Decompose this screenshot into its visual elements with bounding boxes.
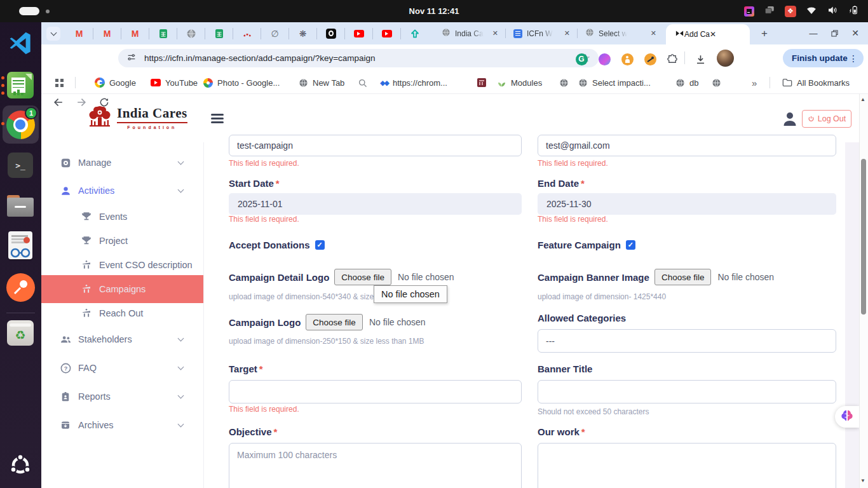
dock-document-viewer-icon[interactable] xyxy=(5,230,36,261)
bookmark-youtube[interactable]: YouTube xyxy=(151,71,198,94)
sidebar-item-archives[interactable]: Archives xyxy=(41,414,203,437)
sidebar-item-project[interactable]: Project xyxy=(41,229,203,252)
extensions-puzzle-icon[interactable] xyxy=(665,51,680,67)
bookmark-google-photos[interactable]: Photo - Google... xyxy=(203,71,280,94)
volume-icon[interactable] xyxy=(827,4,838,18)
tab-close-icon[interactable]: ✕ xyxy=(564,29,570,37)
start-date-input[interactable] xyxy=(229,193,522,215)
sidebar-toggle-hamburger-icon[interactable] xyxy=(211,114,224,123)
pinned-tab-youtube-icon[interactable] xyxy=(345,28,373,39)
pinned-tab-teal-arrow-icon[interactable] xyxy=(401,28,429,39)
tab-close-icon[interactable]: ✕ xyxy=(651,29,656,37)
screen-share-icon[interactable]: ❖ xyxy=(785,6,796,17)
site-settings-icon[interactable] xyxy=(126,52,137,65)
pinned-tab-youtube-icon[interactable] xyxy=(373,28,401,39)
bookmark-maroon-glyph[interactable] xyxy=(477,71,486,94)
sidebar-item-stakeholders[interactable]: Stakeholders xyxy=(41,328,203,351)
bookmark-google[interactable]: Google xyxy=(95,71,136,94)
finish-update-button[interactable]: Finish update ⋮ xyxy=(783,49,864,67)
new-tab-button[interactable]: + xyxy=(757,27,771,41)
pinned-tab-dark-o-icon[interactable] xyxy=(317,28,345,39)
bookmark-search-icon[interactable] xyxy=(358,71,367,94)
window-restore-button[interactable] xyxy=(827,25,842,41)
assistant-floating-button[interactable] xyxy=(835,406,859,428)
downloads-icon[interactable] xyxy=(693,51,708,67)
back-button[interactable] xyxy=(51,95,66,110)
url-text[interactable]: https://icfn.in/manage-section/add-campa… xyxy=(144,53,581,63)
sidebar-item-reports[interactable]: Reports xyxy=(41,385,203,408)
orange-compass-extension-icon[interactable] xyxy=(642,51,658,67)
sidebar-item-reach-out[interactable]: Reach Out xyxy=(41,302,203,325)
bookmark-db[interactable]: db xyxy=(675,71,698,94)
bookmark-select-impacting[interactable]: Select impacti... xyxy=(578,71,651,94)
tab-icfn[interactable]: ICFn W ✕ xyxy=(507,22,575,44)
sidebar-item-activities[interactable]: Activities xyxy=(41,179,203,202)
bookmark-chrom-link[interactable]: ◆◆https://chrom... xyxy=(380,71,447,94)
window-minimize-button[interactable]: — xyxy=(806,25,821,41)
tab-close-icon[interactable]: ✕ xyxy=(492,29,498,37)
wifi-icon[interactable] xyxy=(806,4,817,18)
jetbrains-toolbox-icon[interactable] xyxy=(744,6,754,17)
pinned-tab-sheets-icon[interactable] xyxy=(205,28,233,39)
dock-terminal-icon[interactable]: >_ xyxy=(5,150,36,180)
campaign-email-input[interactable] xyxy=(538,135,836,156)
dock-files-icon[interactable] xyxy=(5,191,36,221)
dock-postman-icon[interactable] xyxy=(5,272,36,302)
choose-file-button[interactable]: Choose file xyxy=(654,269,712,285)
end-date-input[interactable] xyxy=(538,193,836,215)
browser-menu-dots-icon[interactable]: ⋮ xyxy=(849,53,858,64)
choose-file-button[interactable]: Choose file xyxy=(334,269,391,285)
apps-grid-icon[interactable] xyxy=(55,71,64,94)
chat-icon[interactable] xyxy=(764,4,775,18)
pinned-tab-globe-icon[interactable] xyxy=(177,28,205,39)
dock-chrome-icon[interactable]: 1 xyxy=(5,109,36,140)
tab-add-campaign-active[interactable]: Add Ca ✕ xyxy=(666,24,750,44)
allowed-categories-select[interactable]: --- xyxy=(538,329,836,353)
sidebar-item-campaigns-active[interactable]: Campaigns xyxy=(41,275,203,303)
india-cares-logo[interactable]: India Cares Foundation xyxy=(117,105,187,130)
sidebar-item-manage[interactable]: Manage xyxy=(41,151,203,174)
dock-libreoffice-calc-icon[interactable] xyxy=(5,70,36,100)
user-profile-icon[interactable] xyxy=(782,111,797,130)
tab-close-icon[interactable]: ✕ xyxy=(710,30,716,39)
system-clock[interactable]: Nov 11 12:41 xyxy=(0,0,868,22)
bookmark-globe[interactable] xyxy=(712,71,721,94)
bookmarks-overflow-chevron[interactable]: » xyxy=(752,71,757,94)
pinned-tab-gmail-icon[interactable]: M xyxy=(121,28,149,39)
pinned-tab-gmail-icon[interactable]: M xyxy=(65,28,93,39)
tab-india-cares[interactable]: India Ca ✕ xyxy=(435,22,503,44)
page-scrollbar-thumb[interactable] xyxy=(861,159,866,315)
our-work-textarea[interactable] xyxy=(538,443,836,488)
tab-search-chevron-button[interactable] xyxy=(46,27,60,41)
address-bar[interactable]: https://icfn.in/manage-section/add-campa… xyxy=(118,49,599,67)
objective-textarea[interactable] xyxy=(229,443,522,488)
banner-title-input[interactable] xyxy=(538,380,836,403)
target-input[interactable] xyxy=(229,380,522,403)
choose-file-button[interactable]: Choose file xyxy=(306,314,363,330)
dock-trash-icon[interactable]: ♻ xyxy=(5,318,36,348)
pinned-tab-openai-icon[interactable]: ❋ xyxy=(289,28,317,39)
sidebar-item-faq[interactable]: ? FAQ xyxy=(41,356,203,379)
bookmark-globe[interactable] xyxy=(559,71,569,94)
feature-campaign-checkbox[interactable]: ✓ xyxy=(626,240,635,250)
bookmark-modules[interactable]: Modules xyxy=(497,71,542,94)
sidebar-item-event-cso-description[interactable]: Event CSO description xyxy=(41,254,203,276)
pinned-tab-empty-set-icon[interactable]: ∅ xyxy=(261,28,289,39)
accept-donations-checkbox[interactable]: ✓ xyxy=(315,240,325,250)
tab-select[interactable]: Select w ✕ xyxy=(579,22,661,44)
grammarly-extension-icon[interactable]: G xyxy=(574,51,589,67)
pinned-tab-gmail-icon[interactable]: M xyxy=(93,28,121,39)
orange-person-extension-icon[interactable] xyxy=(620,51,635,67)
logout-button[interactable]: Log Out xyxy=(802,110,851,128)
sidebar-item-events[interactable]: Events xyxy=(41,205,203,228)
bookmark-new-tab[interactable]: New Tab xyxy=(299,71,344,94)
all-bookmarks-button[interactable]: All Bookmarks xyxy=(782,71,850,94)
window-close-button[interactable]: ✕ xyxy=(848,25,863,41)
pinned-tab-sheets-icon[interactable] xyxy=(149,28,177,39)
campaign-name-input[interactable] xyxy=(229,135,522,156)
dock-ubuntu-launcher-icon[interactable] xyxy=(5,450,36,480)
scrollbar-up-arrow[interactable]: ▲ xyxy=(860,97,865,102)
battery-icon[interactable] xyxy=(848,4,859,18)
brain-extension-icon[interactable] xyxy=(597,51,612,67)
dock-vscode-icon[interactable] xyxy=(5,28,36,58)
